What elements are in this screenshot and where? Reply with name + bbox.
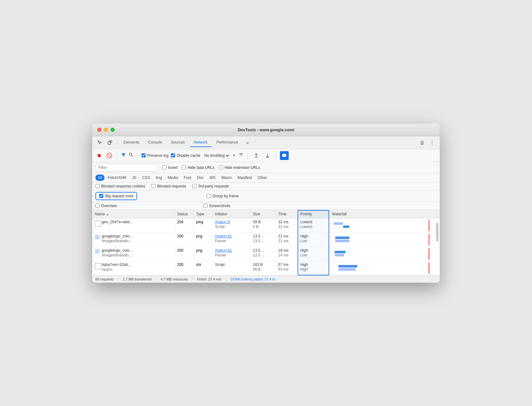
col-header-type[interactable]: Type [193, 210, 212, 218]
table-row[interactable]: hpba?vet=10ah... /async 200 xhr Script [92, 261, 440, 275]
google-logo-icon-2: G [95, 249, 99, 253]
tab-sources[interactable]: Sources [167, 138, 189, 147]
blocked-cookies-label[interactable]: Blocked response cookies [95, 184, 145, 188]
type-css-button[interactable]: CSS [140, 175, 153, 181]
finish-time: Finish: 27.4 min [197, 277, 227, 281]
invert-checkbox[interactable] [162, 165, 166, 169]
row-1-status: 204 [174, 218, 193, 232]
network-table-wrapper: Name ▲ Status Type Initiator Size Time P… [92, 210, 440, 275]
col-header-priority[interactable]: Priority [298, 210, 329, 218]
row-3-subname: /images/brandin... [102, 253, 132, 257]
row-2-size: 13.5 ... 13.5 ... [250, 232, 275, 247]
row-1-initiator-link[interactable]: (index):9 [215, 220, 248, 224]
type-fetch-xhr-button[interactable]: Fetch/XHR [105, 175, 129, 181]
preserve-log-checkbox[interactable] [142, 153, 146, 157]
col-header-initiator[interactable]: Initiator [212, 210, 250, 218]
device-toggle-icon[interactable] [106, 138, 114, 147]
filter-input[interactable] [95, 164, 159, 171]
tab-network[interactable]: Network [190, 138, 211, 147]
screenshots-label[interactable]: Screenshots [203, 204, 230, 208]
disable-cache-label[interactable]: Disable cache [171, 153, 200, 158]
type-media-button[interactable]: Media [165, 175, 181, 181]
tab-console[interactable]: Console [144, 138, 166, 147]
blocked-requests-label[interactable]: Blocked requests [151, 184, 186, 188]
group-by-frame-checkbox[interactable] [207, 194, 211, 198]
row-3-waterfall [329, 247, 440, 261]
hide-extension-urls-label[interactable]: Hide extension URLs [219, 165, 260, 170]
screenshots-checkbox[interactable] [203, 204, 208, 208]
overview-label[interactable]: Overview [95, 204, 117, 208]
hide-data-urls-checkbox[interactable] [182, 165, 186, 169]
type-all-button[interactable]: All [95, 175, 105, 181]
row-4-status: 200 [174, 261, 193, 275]
close-button[interactable] [97, 128, 101, 132]
row-3-name-cell[interactable]: G googlelogo_colo... /images/brandin... [92, 247, 174, 261]
col-header-name[interactable]: Name ▲ [92, 210, 174, 218]
stop-recording-button[interactable]: ⏺ [95, 152, 103, 159]
clear-button[interactable]: 🚫 [106, 152, 113, 159]
col-header-status[interactable]: Status [174, 210, 193, 218]
maximize-button[interactable] [111, 128, 115, 132]
row-3-initiator-link[interactable]: (index):61 [215, 248, 248, 253]
tab-elements[interactable]: Elements [120, 138, 143, 147]
row-4-name-cell[interactable]: hpba?vet=10ah... /async [92, 261, 174, 275]
row-4-priority: High High [298, 261, 329, 275]
third-party-requests-label[interactable]: 3rd-party requests [192, 184, 229, 188]
row-1-name-cell[interactable]: gen_204?s=web... [92, 218, 174, 232]
type-font-button[interactable]: Font [181, 175, 194, 181]
type-js-button[interactable]: JS [130, 175, 139, 181]
col-header-size[interactable]: Size [250, 210, 275, 218]
svg-line-3 [132, 156, 133, 157]
inspect-element-icon[interactable] [95, 138, 104, 147]
row-2-priority: High Low [298, 232, 329, 247]
upload-icon[interactable] [252, 151, 261, 160]
table-row[interactable]: G googlelogo_colo... /images/brandin... … [92, 247, 440, 261]
type-manifest-button[interactable]: Manifest [235, 175, 254, 181]
row-2-name-cell[interactable]: G googlelogo_colo... /images/brandin... [92, 232, 174, 247]
row-1-time: 32 ms 31 ms [275, 218, 298, 232]
scrollbar-thumb[interactable] [436, 223, 438, 242]
row-3-time: 16 ms 14 ms [275, 247, 298, 261]
type-img-button[interactable]: Img [153, 175, 165, 181]
preserve-log-label[interactable]: Preserve log [142, 153, 168, 158]
hide-extension-urls-checkbox[interactable] [219, 165, 223, 169]
row-2-initiator-link[interactable]: (index):61 [215, 234, 248, 238]
big-request-rows-container[interactable]: Big request rows [95, 192, 137, 200]
blocked-requests-checkbox[interactable] [151, 184, 155, 188]
network-settings-icon[interactable] [280, 151, 289, 160]
group-by-frame-label[interactable]: Group by frame [207, 194, 239, 198]
table-row[interactable]: G googlelogo_colo... /images/brandin... … [92, 232, 440, 247]
type-ws-button[interactable]: WS [207, 175, 218, 181]
throttle-select[interactable]: No throttling Fast 3G Slow 3G [203, 153, 230, 158]
big-request-rows-checkbox[interactable] [99, 194, 103, 198]
transferred-size: 1.7 MB transferred [123, 277, 156, 281]
search-icon[interactable] [129, 152, 134, 158]
row-4-size: 163 B 56 B [250, 261, 275, 275]
filter-row: Invert Hide data URLs Hide extension URL… [92, 162, 440, 173]
invert-label[interactable]: Invert [162, 165, 178, 170]
type-wasm-button[interactable]: Wasm [219, 175, 234, 181]
blocked-cookies-checkbox[interactable] [95, 184, 100, 188]
col-header-time[interactable]: Time [275, 210, 298, 218]
third-party-requests-checkbox[interactable] [192, 184, 196, 188]
more-options-icon[interactable]: ⋮ [428, 138, 437, 147]
overview-checkbox[interactable] [95, 204, 100, 208]
row-3-initiator: (index):61 Parser [212, 247, 250, 261]
type-doc-button[interactable]: Doc [194, 175, 206, 181]
traffic-lights [97, 128, 115, 132]
hide-data-urls-label[interactable]: Hide data URLs [182, 165, 215, 170]
row-4-subname: /async [102, 267, 131, 272]
filter-icon[interactable] [121, 152, 126, 158]
download-icon[interactable] [263, 151, 272, 160]
settings-icon[interactable] [418, 138, 426, 147]
col-header-waterfall[interactable]: Waterfall [329, 210, 440, 218]
more-tabs-icon[interactable]: » [243, 138, 252, 147]
row-2-time: 21 ms 21 ms [275, 232, 298, 247]
dom-content-loaded: DOMContentLoaded: 27.4 m [231, 277, 280, 281]
row-1-initiator: (index):9 Script [212, 218, 250, 232]
minimize-button[interactable] [104, 128, 108, 132]
disable-cache-checkbox[interactable] [171, 153, 175, 157]
type-other-button[interactable]: Other [255, 175, 269, 181]
tab-performance[interactable]: Performance [213, 138, 242, 147]
table-row[interactable]: gen_204?s=web... 204 ping (index):9 Scri… [92, 218, 440, 232]
